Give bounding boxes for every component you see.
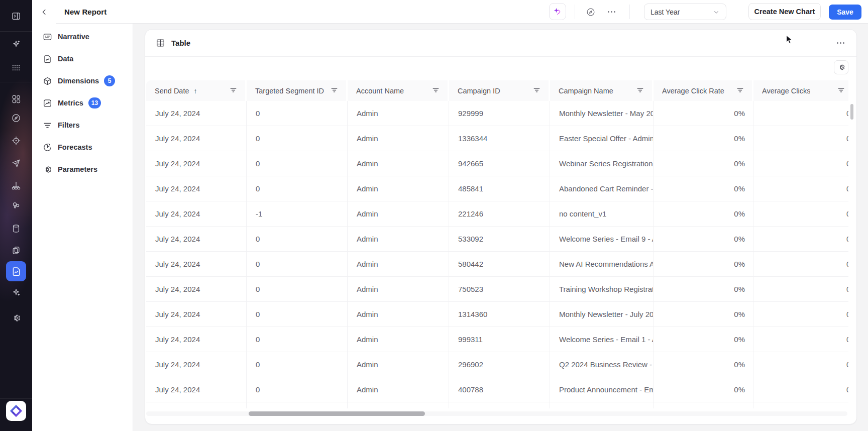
data-table: Send Date ↑ Targeted Segment ID Account … — [146, 80, 848, 409]
table-row: July 24, 2024 0 Admin 1336344 Easter Spe… — [146, 126, 848, 151]
dashboard-icon[interactable] — [7, 90, 25, 108]
org-chart-icon[interactable] — [7, 177, 25, 195]
create-new-chart-button[interactable]: Create New Chart — [748, 3, 821, 20]
table-row: July 24, 2024 0 Admin 533092 Welcome Ser… — [146, 227, 848, 252]
ai-assist-button[interactable] — [549, 3, 566, 20]
sidebar-item-forecasts[interactable]: Forecasts — [38, 138, 127, 156]
table-row: July 24, 2024 0 Admin 580442 New AI Reco… — [146, 252, 848, 277]
filter-icon[interactable] — [736, 86, 744, 95]
table-row: July 24, 2024 0 Admin 942665 Webinar Ser… — [146, 151, 848, 176]
copies-icon[interactable] — [7, 241, 25, 259]
more-options-button[interactable] — [608, 0, 615, 24]
column-header-average-click-rate[interactable]: Average Click Rate — [654, 80, 753, 101]
cell-click-rate: 0% — [654, 377, 753, 402]
column-header-campaign-name[interactable]: Campaign Name — [550, 80, 654, 101]
table-row: July 24, 2024 0 Admin 999311 Welcome Ser… — [146, 327, 848, 352]
filter-icon[interactable] — [331, 86, 338, 95]
report-sidebar: Narrative Data Dimensions 5 Metrics 13 F… — [32, 24, 133, 431]
cell-campaign-id: 580442 — [449, 252, 550, 276]
cell-clicks: 0 — [753, 201, 848, 226]
cell-campaign-name: Monthly Newsletter - May 2024 — [550, 101, 654, 126]
sidebar-item-narrative[interactable]: Narrative — [38, 28, 127, 46]
cell-clicks: 0 — [753, 302, 848, 327]
time-range-select[interactable]: Last Year — [644, 4, 726, 20]
cell-send-date: July 24, 2024 — [146, 101, 247, 126]
cell-segment-id: 0 — [247, 176, 348, 201]
filter-icon[interactable] — [837, 86, 845, 95]
filter-icon[interactable] — [636, 86, 644, 95]
cell-campaign-name: Product Announcement - Email — [550, 377, 654, 402]
database-icon[interactable] — [7, 220, 25, 238]
cell-campaign-id: 221246 — [449, 201, 550, 226]
cell-click-rate: 0% — [654, 176, 753, 201]
cell-campaign-id: 750523 — [449, 277, 550, 301]
rail-divider — [0, 31, 32, 32]
sidebar-item-label: Parameters — [58, 165, 97, 173]
cell-segment-id: 0 — [247, 302, 348, 327]
vertical-scrollbar-thumb[interactable] — [850, 104, 853, 120]
sort-asc-icon[interactable]: ↑ — [194, 87, 197, 95]
cell-click-rate: 0% — [654, 227, 753, 251]
settings-icon — [837, 63, 845, 71]
back-button[interactable] — [32, 0, 56, 24]
cell-campaign-id: 942665 — [449, 151, 550, 176]
table-header-row: Send Date ↑ Targeted Segment ID Account … — [146, 80, 848, 101]
cell-account-name: Admin — [348, 227, 449, 251]
cell-send-date: July 24, 2024 — [146, 302, 247, 327]
cell-clicks: 0 — [753, 377, 848, 402]
cell-clicks: 0 — [753, 227, 848, 251]
compass-icon[interactable] — [7, 109, 25, 127]
app-logo — [6, 401, 26, 421]
filter-icon[interactable] — [230, 86, 237, 95]
cell-account-name: Admin — [348, 352, 449, 377]
cell-account-name: Admin — [348, 277, 449, 301]
sidebar-item-filters[interactable]: Filters — [38, 116, 127, 134]
rail-divider — [0, 82, 32, 82]
data-icon — [43, 54, 52, 64]
cell-campaign-name: Training Workshop Registration — [550, 277, 654, 301]
cell-segment-id: 0 — [247, 151, 348, 176]
column-header-average-clicks[interactable]: Average Clicks — [753, 80, 848, 101]
gear-icon[interactable] — [7, 309, 25, 327]
cell-send-date: July 24, 2024 — [146, 252, 247, 276]
table-row: July 24, 2024 0 Admin 296902 Q2 2024 Bus… — [146, 352, 848, 377]
column-header-send-date[interactable]: Send Date ↑ — [146, 80, 247, 101]
column-header-account-name[interactable]: Account Name — [348, 80, 449, 101]
cell-campaign-id: 999311 — [449, 327, 550, 352]
cell-clicks: 0 — [753, 252, 848, 276]
cell-send-date: July 24, 2024 — [146, 201, 247, 226]
cell-clicks: 0 — [753, 327, 848, 352]
bubbles-icon[interactable] — [7, 197, 25, 215]
panel-toggle-icon[interactable] — [7, 7, 25, 25]
grid-dots-icon[interactable] — [7, 59, 25, 77]
cell-send-date: July 24, 2024 — [146, 151, 247, 176]
cell-click-rate: 0% — [654, 352, 753, 377]
cell-account-name: Admin — [348, 302, 449, 327]
sidebar-item-metrics[interactable]: Metrics 13 — [38, 94, 127, 112]
horizontal-scrollbar-thumb[interactable] — [249, 411, 425, 416]
filter-icon[interactable] — [533, 86, 540, 95]
filter-icon[interactable] — [432, 86, 440, 95]
widget-more-button[interactable] — [837, 42, 844, 44]
table-settings-button[interactable] — [834, 60, 848, 74]
sidebar-item-parameters[interactable]: Parameters — [38, 160, 127, 178]
parameters-icon — [43, 165, 52, 174]
sidebar-item-label: Dimensions — [58, 77, 99, 85]
report-file-icon[interactable] — [6, 261, 26, 281]
sidebar-item-dimensions[interactable]: Dimensions 5 — [38, 72, 127, 90]
cell-campaign-id: 485841 — [449, 176, 550, 201]
save-button[interactable]: Save — [829, 5, 861, 20]
sidebar-item-data[interactable]: Data — [38, 50, 127, 68]
column-header-targeted-segment-id[interactable]: Targeted Segment ID — [247, 80, 348, 101]
cell-campaign-id: 1336344 — [449, 126, 550, 151]
cell-click-rate: 0% — [654, 151, 753, 176]
locate-icon[interactable] — [7, 132, 25, 150]
forecasts-icon — [43, 143, 52, 152]
send-icon[interactable] — [7, 154, 25, 172]
sparkles-icon[interactable] — [7, 35, 25, 53]
cell-click-rate: 0% — [654, 327, 753, 352]
compass-button[interactable] — [586, 0, 596, 24]
dimensions-icon — [43, 76, 52, 86]
column-header-campaign-id[interactable]: Campaign ID — [449, 80, 550, 101]
sparkles-icon[interactable] — [7, 283, 25, 301]
